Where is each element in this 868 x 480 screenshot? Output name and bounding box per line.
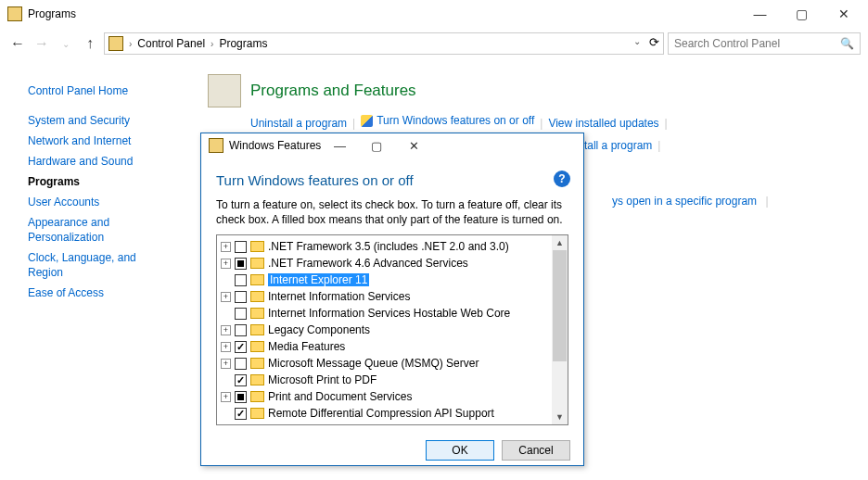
up-button[interactable]: ↑ [80,35,100,52]
checkbox[interactable] [235,241,247,253]
tree-item[interactable]: Internet Explorer 11 [217,272,568,288]
checkbox[interactable] [235,408,247,420]
link-separator: | [659,117,673,130]
ok-button[interactable]: OK [426,440,494,461]
expand-icon[interactable]: + [221,359,231,369]
breadcrumb-item[interactable]: Control Panel [137,37,205,50]
expand-icon[interactable]: + [221,325,231,335]
search-input[interactable]: Search Control Panel 🔍 [668,32,861,55]
tree-item[interactable]: Microsoft Print to PDF [217,372,568,388]
checkbox[interactable] [235,274,247,286]
toolbar: ← → ⌄ ↑ › Control Panel › Programs ⌄ ⟳ S… [0,28,868,59]
minimize-button[interactable]: — [739,1,781,27]
tree-item-label: Microsoft Print to PDF [268,373,377,386]
sidebar-home[interactable]: Control Panel Home [28,83,171,98]
sidebar-item[interactable]: Appearance and Personalization [28,215,171,245]
breadcrumb-dropdown[interactable]: ⌄ [633,36,641,46]
sidebar-item[interactable]: Hardware and Sound [28,154,171,169]
task-link[interactable]: View installed updates [548,114,658,133]
scroll-thumb[interactable] [553,250,567,361]
task-link-partial[interactable]: ys open in a specific program [612,192,757,210]
page-title: Programs and Features [250,82,416,100]
refresh-icon[interactable]: ⟳ [649,35,659,49]
expand-spacer [221,409,231,419]
task-link-label: View installed updates [548,114,658,133]
expand-icon[interactable]: + [221,259,231,269]
folder-icon [250,374,264,385]
expand-spacer [221,425,231,426]
shield-icon [361,115,373,127]
expand-icon[interactable]: + [221,242,231,252]
sidebar-item[interactable]: Ease of Access [28,285,171,300]
folder-icon [250,358,264,369]
tree-item[interactable]: +Media Features [217,338,568,355]
task-link[interactable]: Turn Windows features on or off [361,111,534,130]
checkbox[interactable] [235,374,247,386]
programs-icon [208,74,241,107]
dialog-title: Windows Features [229,139,321,152]
checkbox[interactable] [235,358,247,370]
tree-item-label: Legacy Components [268,323,370,336]
expand-spacer [221,309,231,319]
search-placeholder: Search Control Panel [674,37,780,50]
dialog-close-button[interactable]: ✕ [395,133,432,158]
sidebar-item[interactable]: User Accounts [28,195,171,209]
tree-item-label: Print and Document Services [268,390,412,403]
recent-dropdown[interactable]: ⌄ [56,39,76,49]
checkbox[interactable] [235,291,247,303]
scrollbar[interactable]: ▲ ▼ [552,235,568,424]
folder-icon [250,258,264,269]
feature-tree[interactable]: +.NET Framework 3.5 (includes .NET 2.0 a… [216,234,568,425]
expand-icon[interactable]: + [221,392,231,402]
checkbox[interactable] [235,258,247,270]
dialog-titlebar[interactable]: Windows Features — ▢ ✕ [201,133,583,158]
tree-item[interactable]: +Print and Document Services [217,388,568,405]
cancel-button[interactable]: Cancel [502,440,570,461]
tree-item[interactable]: +Internet Information Services [217,288,568,305]
link-separator: | [760,195,773,208]
task-link-label: Uninstall a program [250,114,347,133]
checkbox[interactable] [235,391,247,403]
tree-item[interactable]: +Microsoft Message Queue (MSMQ) Server [217,355,568,372]
search-icon[interactable]: 🔍 [840,37,854,50]
titlebar: Programs — ▢ ✕ [0,0,868,28]
tree-item[interactable]: Internet Information Services Hostable W… [217,305,568,322]
breadcrumb-item[interactable]: Programs [219,37,267,50]
folder-icon [250,291,264,302]
help-icon[interactable]: ? [554,171,570,187]
checkbox[interactable] [235,324,247,336]
sidebar-item[interactable]: System and Security [28,113,171,128]
tree-item[interactable]: RIP Listener [217,422,568,425]
tree-item[interactable]: +.NET Framework 4.6 Advanced Services [217,255,568,272]
dialog-maximize-button[interactable]: ▢ [358,133,395,158]
dialog-icon [209,138,223,153]
expand-icon[interactable]: + [221,342,231,352]
folder-icon [250,324,264,335]
checkbox[interactable] [235,308,247,320]
close-button[interactable]: ✕ [823,1,864,27]
forward-button[interactable]: → [32,35,52,52]
link-separator: | [347,117,361,130]
scroll-up-icon[interactable]: ▲ [552,235,568,250]
expand-icon[interactable]: + [221,292,231,302]
task-link[interactable]: Uninstall a program [250,114,347,133]
chevron-right-icon: › [127,39,134,49]
tree-item-label: .NET Framework 4.6 Advanced Services [268,257,468,270]
folder-icon [250,341,264,352]
back-button[interactable]: ← [7,35,28,52]
sidebar-item[interactable]: Network and Internet [28,133,171,148]
dialog-minimize-button[interactable]: — [321,133,358,158]
folder-icon [250,391,264,402]
breadcrumb[interactable]: › Control Panel › Programs ⌄ ⟳ [104,32,664,55]
tree-item[interactable]: +Legacy Components [217,322,568,338]
maximize-button[interactable]: ▢ [781,1,823,27]
scroll-down-icon[interactable]: ▼ [552,410,568,424]
chevron-right-icon: › [209,39,215,49]
tree-item[interactable]: +.NET Framework 3.5 (includes .NET 2.0 a… [217,238,568,255]
sidebar-item[interactable]: Programs [28,174,171,189]
checkbox[interactable] [235,424,247,426]
tree-item[interactable]: Remote Differential Compression API Supp… [217,405,568,422]
sidebar-item[interactable]: Clock, Language, and Region [28,250,171,280]
tree-item-label: RIP Listener [268,423,329,425]
checkbox[interactable] [235,341,247,353]
